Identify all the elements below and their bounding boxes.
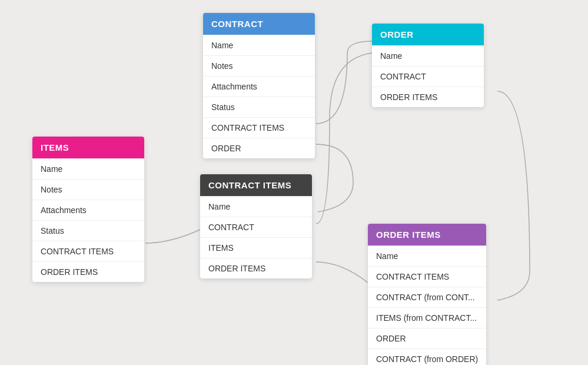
- table-contract_items-row-0: Name: [200, 196, 312, 217]
- table-order_items-row-4: ORDER: [368, 328, 486, 349]
- table-items-row-2: Attachments: [32, 200, 144, 220]
- table-order_items-row-1: CONTRACT ITEMS: [368, 266, 486, 287]
- table-order_items-row-3: ITEMS (from CONTRACT...: [368, 307, 486, 328]
- table-order_items-row-2: CONTRACT (from CONT...: [368, 287, 486, 307]
- table-order-header: ORDER: [372, 24, 484, 45]
- table-order_items-row-5: CONTRACT (from ORDER): [368, 349, 486, 365]
- table-order_items: ORDER ITEMSNameCONTRACT ITEMSCONTRACT (f…: [368, 224, 486, 365]
- table-items-row-1: Notes: [32, 179, 144, 200]
- table-contract: CONTRACTNameNotesAttachmentsStatusCONTRA…: [203, 13, 315, 158]
- table-items: ITEMSNameNotesAttachmentsStatusCONTRACT …: [32, 137, 144, 282]
- table-items-row-4: CONTRACT ITEMS: [32, 241, 144, 261]
- table-items-row-5: ORDER ITEMS: [32, 261, 144, 282]
- table-contract-row-0: Name: [203, 35, 315, 55]
- table-contract_items: CONTRACT ITEMSNameCONTRACTITEMSORDER ITE…: [200, 174, 312, 278]
- table-order-row-0: Name: [372, 45, 484, 66]
- table-order: ORDERNameCONTRACTORDER ITEMS: [372, 24, 484, 107]
- table-order_items-header: ORDER ITEMS: [368, 224, 486, 245]
- table-order-row-2: ORDER ITEMS: [372, 87, 484, 107]
- table-contract_items-row-2: ITEMS: [200, 237, 312, 258]
- table-contract_items-row-3: ORDER ITEMS: [200, 258, 312, 278]
- table-contract-header: CONTRACT: [203, 13, 315, 35]
- table-contract-row-1: Notes: [203, 55, 315, 76]
- table-contract_items-header: CONTRACT ITEMS: [200, 174, 312, 196]
- table-items-row-3: Status: [32, 220, 144, 241]
- table-order-row-1: CONTRACT: [372, 66, 484, 87]
- table-items-header: ITEMS: [32, 137, 144, 158]
- table-contract-row-4: CONTRACT ITEMS: [203, 117, 315, 138]
- table-contract_items-row-1: CONTRACT: [200, 217, 312, 237]
- table-contract-row-5: ORDER: [203, 138, 315, 158]
- table-items-row-0: Name: [32, 158, 144, 179]
- table-order_items-row-0: Name: [368, 245, 486, 266]
- table-contract-row-2: Attachments: [203, 76, 315, 97]
- table-contract-row-3: Status: [203, 97, 315, 117]
